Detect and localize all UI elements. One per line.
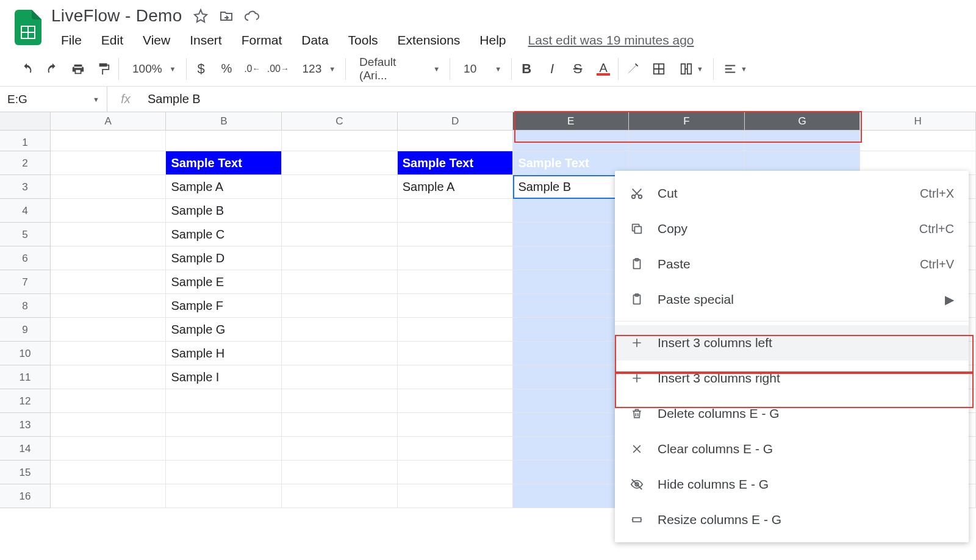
cell-D4[interactable] bbox=[398, 199, 514, 223]
text-color-icon[interactable]: A bbox=[595, 60, 612, 77]
cell-C5[interactable] bbox=[282, 223, 398, 246]
number-format-dropdown[interactable]: 123▼ bbox=[295, 62, 340, 76]
bold-icon[interactable]: B bbox=[518, 60, 535, 77]
cell-C9[interactable] bbox=[282, 318, 398, 342]
cell-E11[interactable] bbox=[513, 365, 629, 389]
cell-C11[interactable] bbox=[282, 365, 398, 389]
cell-C16[interactable] bbox=[282, 484, 398, 508]
cell-A2[interactable] bbox=[51, 151, 167, 175]
last-edit-link[interactable]: Last edit was 19 minutes ago bbox=[528, 33, 694, 48]
cell-A3[interactable] bbox=[51, 175, 167, 199]
col-header-a[interactable]: A bbox=[51, 112, 167, 130]
cell-D13[interactable] bbox=[398, 413, 514, 437]
cell-E6[interactable] bbox=[513, 246, 629, 270]
cell-B16[interactable] bbox=[166, 484, 282, 508]
cell-C4[interactable] bbox=[282, 199, 398, 223]
cell-E1[interactable] bbox=[513, 131, 629, 151]
italic-icon[interactable]: I bbox=[544, 60, 561, 77]
cell-E8[interactable] bbox=[513, 294, 629, 318]
row-header[interactable]: 11 bbox=[0, 365, 51, 389]
cell-E16[interactable] bbox=[513, 484, 629, 508]
menu-data[interactable]: Data bbox=[292, 29, 338, 51]
cell-D15[interactable] bbox=[398, 461, 514, 484]
cell-B2[interactable]: Sample Text bbox=[166, 151, 282, 175]
cell-D5[interactable] bbox=[398, 223, 514, 246]
cell-B6[interactable]: Sample D bbox=[166, 246, 282, 270]
cell-C13[interactable] bbox=[282, 413, 398, 437]
cell-F1[interactable] bbox=[629, 131, 745, 151]
cell-B9[interactable]: Sample G bbox=[166, 318, 282, 342]
cloud-icon[interactable] bbox=[245, 9, 259, 23]
cell-B8[interactable]: Sample F bbox=[166, 294, 282, 318]
cell-C12[interactable] bbox=[282, 389, 398, 413]
menu-tools[interactable]: Tools bbox=[339, 29, 388, 51]
cell-A14[interactable] bbox=[51, 437, 167, 461]
cell-B1[interactable] bbox=[166, 131, 282, 151]
font-size-dropdown[interactable]: 10▼ bbox=[456, 62, 505, 76]
increase-decimal-icon[interactable]: .00→ bbox=[270, 60, 287, 77]
row-header[interactable]: 9 bbox=[0, 318, 51, 342]
menu-extensions[interactable]: Extensions bbox=[388, 29, 470, 51]
cell-A6[interactable] bbox=[51, 246, 167, 270]
row-header[interactable]: 2 bbox=[0, 151, 51, 175]
cell-E2[interactable]: Sample Text bbox=[513, 151, 629, 175]
row-header[interactable]: 10 bbox=[0, 342, 51, 365]
print-icon[interactable] bbox=[70, 60, 87, 77]
ctx-insert-right[interactable]: Insert 3 columns right bbox=[615, 361, 969, 396]
cell-B10[interactable]: Sample H bbox=[166, 342, 282, 365]
cell-E13[interactable] bbox=[513, 413, 629, 437]
cell-E9[interactable] bbox=[513, 318, 629, 342]
cell-D10[interactable] bbox=[398, 342, 514, 365]
cell-D3[interactable]: Sample A bbox=[398, 175, 514, 199]
cell-D2[interactable]: Sample Text bbox=[398, 151, 514, 175]
row-header[interactable]: 6 bbox=[0, 246, 51, 270]
cell-E3[interactable]: Sample B bbox=[513, 175, 629, 199]
doc-title[interactable]: LiveFlow - Demo bbox=[51, 6, 182, 26]
col-header-e[interactable]: E bbox=[513, 112, 629, 130]
cell-D1[interactable] bbox=[398, 131, 514, 151]
cell-B12[interactable] bbox=[166, 389, 282, 413]
select-all-corner[interactable] bbox=[0, 112, 51, 130]
merge-dropdown[interactable]: ▼ bbox=[676, 62, 707, 76]
row-header[interactable]: 8 bbox=[0, 294, 51, 318]
ctx-insert-left[interactable]: Insert 3 columns left bbox=[615, 325, 969, 361]
cell-C1[interactable] bbox=[282, 131, 398, 151]
col-header-c[interactable]: C bbox=[282, 112, 398, 130]
ctx-hide[interactable]: Hide columns E - G bbox=[615, 467, 969, 502]
cell-C10[interactable] bbox=[282, 342, 398, 365]
cell-E12[interactable] bbox=[513, 389, 629, 413]
menu-view[interactable]: View bbox=[133, 29, 180, 51]
cell-C14[interactable] bbox=[282, 437, 398, 461]
paint-format-icon[interactable] bbox=[95, 60, 112, 77]
cell-A7[interactable] bbox=[51, 270, 167, 294]
cell-D11[interactable] bbox=[398, 365, 514, 389]
row-header[interactable]: 13 bbox=[0, 413, 51, 437]
currency-icon[interactable]: $ bbox=[193, 60, 210, 77]
ctx-delete[interactable]: Delete columns E - G bbox=[615, 396, 969, 431]
cell-A4[interactable] bbox=[51, 199, 167, 223]
menu-insert[interactable]: Insert bbox=[180, 29, 232, 51]
ctx-clear[interactable]: Clear columns E - G bbox=[615, 431, 969, 467]
cell-D7[interactable] bbox=[398, 270, 514, 294]
zoom-dropdown[interactable]: 100%▼ bbox=[125, 62, 180, 76]
cell-A11[interactable] bbox=[51, 365, 167, 389]
cell-B14[interactable] bbox=[166, 437, 282, 461]
cell-C6[interactable] bbox=[282, 246, 398, 270]
cell-A13[interactable] bbox=[51, 413, 167, 437]
row-header[interactable]: 15 bbox=[0, 461, 51, 484]
cell-A9[interactable] bbox=[51, 318, 167, 342]
cell-D12[interactable] bbox=[398, 389, 514, 413]
col-header-f[interactable]: F bbox=[629, 112, 745, 130]
cell-C2[interactable] bbox=[282, 151, 398, 175]
cell-A16[interactable] bbox=[51, 484, 167, 508]
cell-A15[interactable] bbox=[51, 461, 167, 484]
cell-B3[interactable]: Sample A bbox=[166, 175, 282, 199]
cell-C3[interactable] bbox=[282, 175, 398, 199]
col-header-d[interactable]: D bbox=[398, 112, 514, 130]
row-header[interactable]: 12 bbox=[0, 389, 51, 413]
row-header[interactable]: 5 bbox=[0, 223, 51, 246]
percent-icon[interactable]: % bbox=[218, 60, 235, 77]
menu-edit[interactable]: Edit bbox=[92, 29, 133, 51]
cell-D14[interactable] bbox=[398, 437, 514, 461]
cell-H1[interactable] bbox=[860, 131, 976, 151]
